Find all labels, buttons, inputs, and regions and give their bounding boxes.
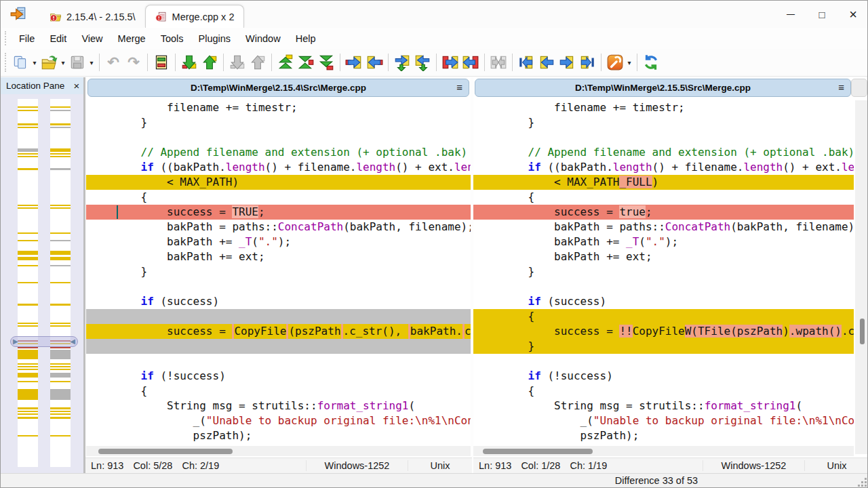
maximize-button[interactable]: [806, 1, 837, 28]
goto-previous-button[interactable]: [536, 51, 557, 74]
code-line[interactable]: if ((bakPath.length() + filename.length(…: [86, 160, 471, 175]
diff-location-bar[interactable]: [18, 407, 38, 409]
diff-location-bar[interactable]: [18, 205, 38, 206]
diff-location-bar[interactable]: [18, 282, 38, 283]
diff-location-bar[interactable]: [18, 304, 38, 306]
minimize-button[interactable]: [775, 1, 806, 28]
code-line[interactable]: bakPath = paths::ConcatPath(bakPath, fil…: [86, 220, 471, 235]
menu-merge[interactable]: Merge: [111, 30, 153, 47]
diff-location-bar[interactable]: [18, 127, 38, 128]
menu-file[interactable]: File: [12, 30, 42, 47]
code-line[interactable]: {: [473, 384, 854, 399]
code-line[interactable]: {: [86, 384, 471, 399]
code-line[interactable]: // Append filename and extension (+ opti…: [86, 145, 471, 160]
diff-location-bar[interactable]: [50, 323, 71, 324]
save-button[interactable]: [67, 51, 87, 74]
diff-location-bar[interactable]: [18, 325, 38, 327]
code-line[interactable]: filename += timestr;: [86, 100, 471, 115]
diff-location-bar[interactable]: [50, 257, 71, 260]
diff-location-bar[interactable]: [50, 168, 71, 170]
next-3way-difference-button[interactable]: [227, 51, 248, 74]
menu-window[interactable]: Window: [238, 30, 288, 47]
code-line[interactable]: if (!success): [473, 369, 854, 384]
diff-location-bar[interactable]: [18, 389, 38, 400]
close-button[interactable]: [837, 1, 868, 28]
previous-3way-difference-button[interactable]: [248, 51, 268, 74]
first-difference-button[interactable]: [275, 51, 296, 74]
diff-location-bar[interactable]: [50, 373, 71, 378]
diff-location-bar[interactable]: [18, 435, 38, 436]
diff-location-bar[interactable]: [50, 110, 71, 111]
diff-location-bar[interactable]: [50, 282, 71, 283]
left-horizontal-scrollbar[interactable]: [86, 446, 471, 456]
diff-location-bar[interactable]: [50, 148, 71, 152]
diff-location-bar[interactable]: [50, 411, 71, 412]
diff-location-bar[interactable]: [18, 148, 38, 152]
diff-location-bar[interactable]: [50, 304, 71, 306]
diff-location-bar[interactable]: [18, 168, 38, 170]
code-line[interactable]: if ((bakPath.length() + filename.length(…: [473, 160, 854, 175]
diff-location-bar[interactable]: [50, 389, 71, 400]
diff-location-bar[interactable]: [18, 106, 38, 108]
menu-tools[interactable]: Tools: [153, 30, 191, 47]
diff-location-bar[interactable]: [18, 123, 38, 125]
code-line[interactable]: if (success): [473, 294, 854, 309]
code-line[interactable]: bakPath += ext;: [86, 249, 471, 264]
open-button[interactable]: [39, 51, 59, 74]
code-line[interactable]: }: [473, 115, 854, 130]
code-line[interactable]: {: [86, 190, 471, 205]
diff-location-bar[interactable]: [18, 369, 38, 370]
diff-location-bar[interactable]: [50, 325, 71, 327]
code-line[interactable]: < MAX_PATH_FULL): [473, 175, 854, 190]
close-icon[interactable]: [71, 79, 83, 92]
resize-grip[interactable]: [857, 477, 867, 487]
diff-location-bar[interactable]: [50, 127, 71, 128]
code-line[interactable]: filename += timestr;: [473, 100, 854, 115]
hamburger-menu-icon[interactable]: [456, 81, 462, 93]
code-line[interactable]: pszPath);: [86, 428, 471, 443]
code-line[interactable]: [86, 130, 471, 145]
code-line[interactable]: [86, 339, 471, 354]
code-line[interactable]: }: [473, 339, 854, 354]
redo-button[interactable]: [123, 51, 144, 74]
diff-location-bar[interactable]: [50, 369, 71, 370]
diff-location-bar[interactable]: [18, 232, 38, 234]
refresh-button[interactable]: [641, 51, 661, 74]
copy-all-right-button[interactable]: [440, 51, 460, 74]
code-line[interactable]: {: [473, 309, 854, 324]
location-strip-right[interactable]: [50, 99, 71, 467]
diff-location-bar[interactable]: [18, 265, 38, 266]
new-button[interactable]: [10, 51, 31, 74]
code-line[interactable]: if (success): [86, 294, 471, 309]
code-line[interactable]: < MAX_PATH): [86, 175, 471, 190]
code-line[interactable]: bakPath = paths::ConcatPath(bakPath, fil…: [473, 220, 854, 235]
code-line[interactable]: }: [86, 115, 471, 130]
diff-location-bar[interactable]: [50, 240, 71, 241]
code-line[interactable]: // Append filename and extension (+ opti…: [473, 145, 854, 160]
goto-next-button[interactable]: [557, 51, 577, 74]
diff-location-bar[interactable]: [18, 366, 38, 367]
new-dropdown[interactable]: [31, 51, 39, 74]
code-line[interactable]: }: [473, 264, 854, 279]
code-line[interactable]: success = true;: [473, 205, 854, 220]
open-dropdown[interactable]: [59, 51, 67, 74]
code-line[interactable]: bakPath += _T(".");: [473, 235, 854, 249]
plugins-button[interactable]: [605, 51, 625, 74]
code-line[interactable]: String msg = strutils::format_string1(: [86, 399, 471, 413]
code-line[interactable]: [473, 354, 854, 369]
diff-location-bar[interactable]: [50, 205, 71, 206]
diff-location-bar[interactable]: [18, 240, 38, 241]
diff-location-bar[interactable]: [50, 381, 71, 382]
right-code-editor[interactable]: filename += timestr; } // Append filenam…: [473, 100, 854, 443]
undo-button[interactable]: [103, 51, 123, 74]
copy-right-button[interactable]: [344, 51, 364, 74]
code-line[interactable]: String msg = strutils::format_string1(: [473, 399, 854, 413]
location-strip-left[interactable]: [18, 99, 38, 467]
left-code-editor[interactable]: filename += timestr; } // Append filenam…: [86, 100, 471, 443]
right-vertical-scrollbar[interactable]: [855, 100, 868, 454]
right-horizontal-scrollbar[interactable]: [473, 446, 854, 456]
scrollbar-thumb[interactable]: [98, 449, 233, 454]
code-line[interactable]: [473, 279, 854, 294]
record-options-button[interactable]: [151, 51, 172, 74]
diff-location-bar[interactable]: [50, 265, 71, 266]
